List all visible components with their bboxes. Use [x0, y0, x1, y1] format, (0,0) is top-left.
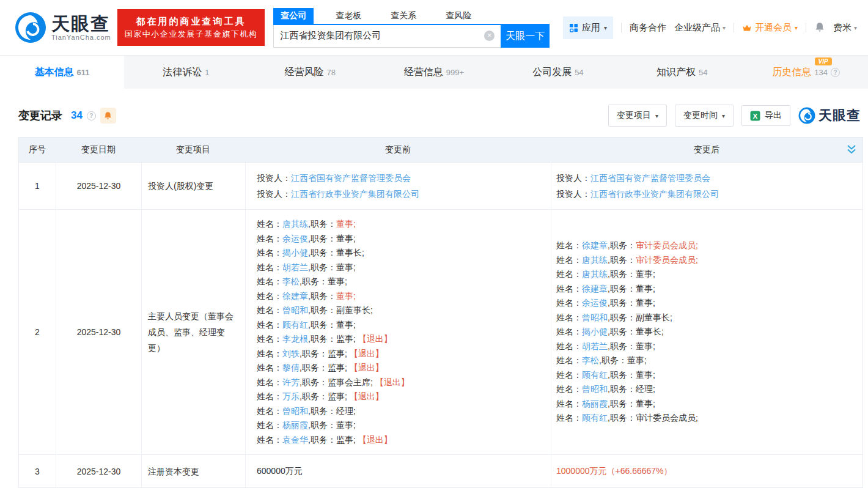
name-label: 姓名：	[556, 370, 582, 380]
person-name-link[interactable]: 余运俊	[582, 298, 608, 308]
exit-flag: 【退出】	[347, 349, 384, 358]
exit-flag: 【退出】	[347, 391, 384, 401]
name-label: 姓名：	[257, 320, 282, 330]
investor-link[interactable]: 江西省国有资产监督管理委员会	[590, 173, 710, 183]
company-tab-5[interactable]: 知识产权54	[620, 56, 744, 89]
person-name-link[interactable]: 揭小健	[282, 248, 308, 257]
company-tab-6[interactable]: 历史信息134VIP?	[744, 56, 868, 89]
person-name-link[interactable]: 揭小健	[582, 327, 608, 336]
nav-enterprise-products[interactable]: 企业级产品 ▾	[674, 22, 726, 34]
double-chevron-down-icon[interactable]	[847, 145, 856, 154]
person-name-link[interactable]: 顾有红	[582, 413, 608, 423]
investor-link[interactable]: 江西省国有资产监督管理委员会	[291, 173, 411, 183]
clear-search-icon[interactable]: ×	[484, 31, 495, 41]
search-tab-1[interactable]: 查老板	[328, 8, 369, 24]
help-icon[interactable]: ?	[831, 68, 840, 77]
company-tab-4[interactable]: 公司发展54	[496, 56, 620, 89]
filter-change-item-button[interactable]: 变更项目 ▾	[608, 105, 667, 127]
person-name-link[interactable]: 徐建章	[282, 291, 308, 301]
company-tab-count: 1	[205, 68, 209, 77]
logo-title: 天眼查	[51, 14, 111, 34]
exit-flag: 【退出】	[373, 377, 410, 387]
crown-icon	[742, 24, 752, 32]
search-tab-2[interactable]: 查关系	[383, 8, 424, 24]
person-line: 姓名：杨丽霞,职务：董事;	[556, 397, 862, 412]
role-label: ,职务：	[608, 240, 636, 250]
company-tab-label: 知识产权	[657, 66, 696, 79]
role-label: ,职务：	[308, 291, 336, 301]
person-name-link[interactable]: 万乐	[282, 391, 300, 401]
after-change-cell: 投资人：江西省国有资产监督管理委员会投资人：江西省行政事业资产集团有限公司	[551, 163, 862, 209]
change-records-table: 序号变更日期变更项目变更前变更后 12025-12-30投资人(股权)变更投资人…	[18, 137, 863, 488]
notification-bell-icon[interactable]	[814, 22, 825, 33]
role-label: ,职务：	[300, 349, 328, 358]
apps-menu-button[interactable]: 应用 ▾	[563, 17, 613, 39]
person-name-link[interactable]: 李松	[282, 276, 300, 286]
role-label: ,职务：	[308, 435, 336, 445]
nav-open-membership[interactable]: 开通会员 ▾	[742, 22, 798, 34]
monitor-bell-button[interactable]	[100, 108, 116, 124]
export-button[interactable]: X 导出	[741, 105, 790, 126]
role-value: 审计委员会成员;	[636, 413, 698, 423]
investor-link[interactable]: 江西省行政事业资产集团有限公司	[590, 189, 719, 199]
name-label: 姓名：	[556, 355, 582, 365]
person-name-link[interactable]: 黎倩	[282, 363, 300, 372]
investor-link[interactable]: 江西省行政事业资产集团有限公司	[291, 189, 419, 199]
person-name-link[interactable]: 李松	[582, 355, 599, 365]
person-name-link[interactable]: 唐其练	[582, 269, 608, 279]
person-name-link[interactable]: 曾昭和	[582, 312, 608, 322]
person-name-link[interactable]: 杨丽霞	[582, 399, 608, 409]
person-name-link[interactable]: 杨丽霞	[282, 420, 308, 430]
role-label: ,职务：	[608, 298, 636, 308]
nav-business-cooperation[interactable]: 商务合作	[630, 22, 666, 34]
company-tab-0[interactable]: 基本信息611	[0, 56, 124, 89]
role-label: ,职务：	[608, 327, 636, 336]
person-name-link[interactable]: 曾昭和	[282, 406, 308, 416]
help-icon[interactable]: ?	[87, 111, 96, 120]
role-value: 董事;	[636, 298, 655, 308]
column-header-2: 变更项目	[141, 138, 245, 162]
search-tab-0[interactable]: 查公司	[273, 8, 314, 24]
search-tab-3[interactable]: 查风险	[438, 8, 479, 24]
person-name-link[interactable]: 顾有红	[282, 320, 308, 330]
person-name-link[interactable]: 徐建章	[582, 240, 608, 250]
person-name-link[interactable]: 胡若兰	[582, 341, 608, 351]
person-name-link[interactable]: 唐其练	[282, 219, 308, 229]
nav-user-menu[interactable]: 费米 ▾	[833, 22, 857, 34]
person-name-link[interactable]: 唐其练	[582, 255, 608, 265]
filter-change-time-button[interactable]: 变更时间 ▾	[675, 105, 734, 127]
role-label: ,职务：	[308, 234, 336, 243]
divider	[806, 23, 806, 32]
search-button[interactable]: 天眼一下	[501, 25, 550, 48]
after-change-cell: 1000000万元（+66.66667%）	[551, 455, 862, 487]
change-records-section-head: 变更记录 34 ? 变更项目 ▾ 变更时间 ▾ X 导出	[0, 89, 868, 137]
exit-flag: 【退出】	[356, 435, 392, 445]
company-tab-2[interactable]: 经营风险78	[248, 56, 372, 89]
person-name-link[interactable]: 曾昭和	[282, 305, 308, 315]
person-name-link[interactable]: 许芳	[282, 377, 300, 387]
search-input[interactable]	[274, 31, 484, 41]
person-line: 姓名：徐建章,职务：董事;	[257, 289, 551, 304]
chevron-down-icon: ▾	[723, 24, 726, 31]
role-label: ,职务：	[608, 399, 636, 409]
person-name-link[interactable]: 徐建章	[582, 284, 608, 294]
name-label: 姓名：	[556, 413, 582, 423]
company-tab-1[interactable]: 法律诉讼1	[124, 56, 248, 89]
export-label: 导出	[765, 110, 782, 121]
section-title: 变更记录	[18, 108, 62, 123]
company-tab-label: 经营风险	[284, 66, 323, 79]
company-tab-3[interactable]: 经营信息999+	[372, 56, 496, 89]
role-value: 审计委员会成员;	[636, 240, 698, 250]
person-name-link[interactable]: 曾昭和	[582, 384, 608, 394]
person-name-link[interactable]: 李龙根	[282, 334, 308, 344]
tianyancha-logo[interactable]: 天眼查 TianYanCha.com	[15, 12, 111, 43]
person-name-link[interactable]: 袁金华	[282, 435, 308, 445]
person-name-link[interactable]: 刘轶	[282, 349, 300, 358]
person-name-link[interactable]: 胡若兰	[282, 262, 308, 272]
role-value: 监事;	[336, 334, 356, 344]
tianyancha-swirl-icon	[15, 12, 46, 43]
person-name-link[interactable]: 顾有红	[582, 370, 608, 380]
person-name-link[interactable]: 余运俊	[282, 234, 308, 243]
apps-menu-label: 应用	[582, 22, 600, 34]
person-line: 姓名：李松,职务：董事;	[257, 275, 551, 289]
